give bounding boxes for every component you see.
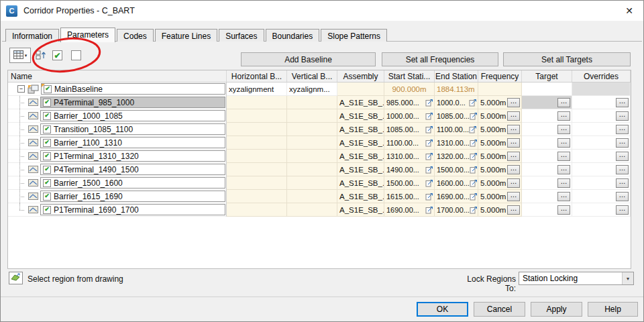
overrides-ellipsis-button[interactable]: …: [616, 125, 629, 134]
pick-station-icon[interactable]: [469, 99, 477, 107]
add-baseline-button[interactable]: Add Baseline: [241, 52, 376, 66]
set-all-frequencies-button[interactable]: Set all Frequencies: [382, 52, 498, 66]
close-icon[interactable]: ✕: [621, 5, 638, 16]
uncheck-all-regions-button[interactable]: [70, 49, 83, 62]
frequency-ellipsis-button[interactable]: …: [507, 165, 520, 174]
region-row[interactable]: ✔ Transition_1085_1100 A_S1E_SB_... 1085…: [8, 123, 631, 136]
region-overrides-cell[interactable]: …: [572, 109, 631, 123]
frequency-ellipsis-button[interactable]: …: [507, 125, 520, 134]
overrides-ellipsis-button[interactable]: …: [616, 138, 629, 148]
help-button[interactable]: Help: [588, 302, 638, 317]
region-end-station-cell[interactable]: 1100.00...: [435, 123, 478, 136]
frequency-ellipsis-button[interactable]: …: [507, 111, 520, 121]
region-target-cell[interactable]: …: [522, 176, 572, 190]
region-target-cell[interactable]: …: [522, 136, 572, 150]
region-name-box[interactable]: ✔ Barrier_1500_1600: [40, 177, 225, 189]
pick-station-icon[interactable]: [470, 112, 478, 120]
frequency-ellipsis-button[interactable]: …: [507, 138, 520, 148]
tab-parameters[interactable]: Parameters: [60, 28, 115, 42]
pick-station-icon[interactable]: [470, 206, 478, 214]
region-row[interactable]: ✔ P4Terminal_1490_1500 A_S1E_SB_... 1490…: [8, 163, 631, 176]
tab-information[interactable]: Information: [5, 29, 59, 42]
target-ellipsis-button[interactable]: …: [557, 165, 570, 174]
region-assembly-cell[interactable]: A_S1E_SB_...: [337, 163, 384, 176]
region-overrides-cell[interactable]: …: [572, 123, 631, 136]
region-checkbox[interactable]: ✔: [43, 152, 51, 160]
frequency-ellipsis-button[interactable]: …: [507, 152, 520, 161]
region-target-cell[interactable]: …: [522, 96, 572, 109]
col-header-assembly[interactable]: Assembly: [337, 70, 384, 82]
overrides-ellipsis-button[interactable]: …: [616, 205, 629, 215]
region-frequency-cell[interactable]: 5.000m …: [478, 176, 522, 190]
region-assembly-cell[interactable]: A_S1E_SB_...: [337, 136, 384, 150]
collapse-all-button[interactable]: [34, 49, 48, 62]
overrides-ellipsis-button[interactable]: …: [616, 152, 629, 161]
overrides-ellipsis-button[interactable]: …: [616, 98, 629, 107]
frequency-ellipsis-button[interactable]: …: [507, 192, 520, 201]
pick-station-icon[interactable]: [470, 166, 478, 174]
region-row[interactable]: ✔ Barrier_1615_1690 A_S1E_SB_... 1615.00…: [8, 190, 631, 203]
region-assembly-cell[interactable]: A_S1E_SB_...: [337, 150, 384, 163]
region-start-station-cell[interactable]: 1615.00...: [384, 190, 435, 203]
region-name-box[interactable]: ✔ P1Terminal_1690_1700: [40, 204, 225, 215]
region-name-box[interactable]: ✔ Barrier_1615_1690: [40, 191, 225, 202]
region-checkbox[interactable]: ✔: [43, 99, 51, 107]
region-frequency-cell[interactable]: 5.000m …: [478, 136, 522, 150]
region-start-station-cell[interactable]: 1500.00...: [384, 176, 435, 190]
tab-surfaces[interactable]: Surfaces: [219, 29, 264, 42]
region-overrides-cell[interactable]: …: [572, 150, 631, 163]
region-assembly-cell[interactable]: A_S1E_SB_...: [337, 190, 384, 203]
region-checkbox[interactable]: ✔: [43, 179, 51, 187]
overrides-ellipsis-button[interactable]: …: [616, 178, 629, 188]
region-target-cell[interactable]: …: [522, 203, 572, 217]
tab-slope-patterns[interactable]: Slope Patterns: [321, 29, 387, 42]
col-header-horizontal-baseline[interactable]: Horizontal B...: [227, 70, 287, 82]
region-start-station-cell[interactable]: 1690.00...: [384, 203, 435, 217]
region-end-station-cell[interactable]: 1085.00...: [435, 109, 478, 123]
region-target-cell[interactable]: …: [522, 109, 572, 123]
region-overrides-cell[interactable]: …: [572, 96, 631, 109]
col-header-overrides[interactable]: Overrides: [572, 70, 631, 82]
pick-station-icon[interactable]: [470, 152, 478, 160]
region-checkbox[interactable]: ✔: [43, 125, 51, 133]
lock-regions-dropdown[interactable]: Station Locking ▾: [519, 272, 634, 285]
pick-station-icon[interactable]: [425, 152, 433, 160]
station-view-dropdown-button[interactable]: ▾: [9, 48, 31, 63]
baseline-name-box[interactable]: ✔ MainBaseline: [41, 83, 225, 95]
region-target-cell[interactable]: …: [522, 163, 572, 176]
region-end-station-cell[interactable]: 1700.00...: [435, 203, 478, 217]
overrides-ellipsis-button[interactable]: …: [616, 192, 629, 201]
region-start-station-cell[interactable]: 1100.00...: [384, 136, 435, 150]
region-name-box[interactable]: ✔ Barrier_1100_1310: [40, 137, 225, 148]
region-assembly-cell[interactable]: A_S1E_SB_...: [337, 176, 384, 190]
region-end-station-cell[interactable]: 1320.00...: [435, 150, 478, 163]
region-checkbox[interactable]: ✔: [43, 193, 51, 201]
region-frequency-cell[interactable]: 5.000m …: [478, 190, 522, 203]
region-frequency-cell[interactable]: 5.000m …: [478, 163, 522, 176]
region-frequency-cell[interactable]: 5.000m …: [478, 150, 522, 163]
region-overrides-cell[interactable]: …: [572, 163, 631, 176]
baseline-checkbox[interactable]: ✔: [44, 85, 52, 93]
baseline-horizontal-cell[interactable]: xyzalignment: [227, 83, 287, 96]
region-end-station-cell[interactable]: 1600.00...: [435, 176, 478, 190]
target-ellipsis-button[interactable]: …: [557, 152, 570, 161]
region-row[interactable]: ✔ P1Terminal_1690_1700 A_S1E_SB_... 1690…: [8, 203, 631, 217]
pick-station-icon[interactable]: [425, 112, 433, 120]
tree-collapse-icon[interactable]: −: [17, 85, 25, 93]
baseline-vertical-cell[interactable]: xyzalignm...: [287, 83, 337, 96]
region-assembly-cell[interactable]: A_S1E_SB_...: [337, 109, 384, 123]
region-assembly-cell[interactable]: A_S1E_SB_...: [337, 203, 384, 217]
region-target-cell[interactable]: …: [522, 123, 572, 136]
col-header-frequency[interactable]: Frequency: [478, 70, 522, 82]
target-ellipsis-button[interactable]: …: [557, 111, 570, 121]
region-assembly-cell[interactable]: A_S1E_SB_...: [337, 123, 384, 136]
target-ellipsis-button[interactable]: …: [557, 98, 570, 107]
region-name-box[interactable]: ✔ Barrier_1000_1085: [40, 110, 225, 121]
select-region-from-drawing-button[interactable]: [9, 272, 23, 284]
region-end-station-cell[interactable]: 1000.0...: [435, 96, 478, 109]
overrides-ellipsis-button[interactable]: …: [616, 111, 629, 121]
region-end-station-cell[interactable]: 1310.00...: [435, 136, 478, 150]
tab-feature-lines[interactable]: Feature Lines: [155, 29, 217, 42]
pick-station-icon[interactable]: [470, 179, 478, 187]
region-name-box[interactable]: ✔ P4Terminal_985_1000: [40, 97, 225, 108]
